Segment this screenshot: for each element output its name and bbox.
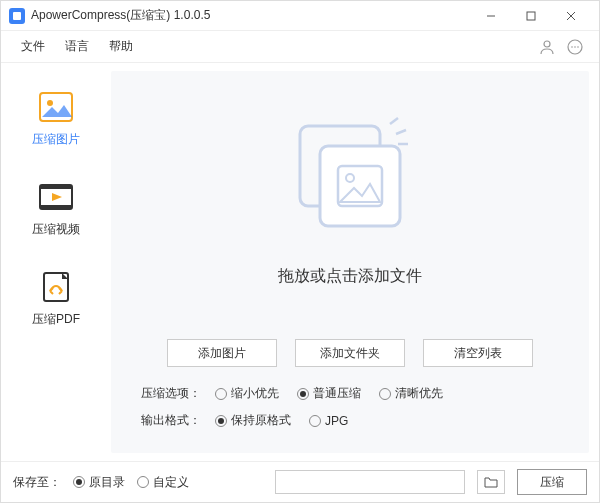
format-option-row: 输出格式： 保持原格式 JPG bbox=[141, 412, 559, 429]
feedback-icon[interactable] bbox=[561, 33, 589, 61]
video-compress-icon bbox=[36, 179, 76, 215]
radio-icon bbox=[137, 476, 149, 488]
menu-file[interactable]: 文件 bbox=[11, 34, 55, 59]
radio-icon bbox=[73, 476, 85, 488]
radio-clear-priority[interactable]: 清晰优先 bbox=[379, 385, 443, 402]
radio-label: JPG bbox=[325, 414, 348, 428]
radio-label: 缩小优先 bbox=[231, 385, 279, 402]
sidebar-label-pdf: 压缩PDF bbox=[32, 311, 80, 328]
svg-rect-0 bbox=[13, 12, 21, 20]
content: 压缩图片 压缩视频 压缩PDF bbox=[1, 63, 599, 461]
radio-label: 原目录 bbox=[89, 474, 125, 491]
sidebar-item-video[interactable]: 压缩视频 bbox=[1, 163, 111, 253]
radio-icon bbox=[379, 388, 391, 400]
save-to-label: 保存至： bbox=[13, 474, 61, 491]
format-option-label: 输出格式： bbox=[141, 412, 201, 429]
svg-line-21 bbox=[396, 130, 406, 134]
menubar: 文件 语言 帮助 bbox=[1, 31, 599, 63]
radio-custom-dir[interactable]: 自定义 bbox=[137, 474, 189, 491]
output-path-input[interactable] bbox=[275, 470, 465, 494]
clear-list-button[interactable]: 清空列表 bbox=[423, 339, 533, 367]
app-title: ApowerCompress(压缩宝) 1.0.0.5 bbox=[31, 7, 210, 24]
sidebar-label-video: 压缩视频 bbox=[32, 221, 80, 238]
svg-point-8 bbox=[574, 46, 576, 48]
pdf-compress-icon bbox=[36, 269, 76, 305]
svg-rect-14 bbox=[40, 205, 72, 209]
radio-normal-compress[interactable]: 普通压缩 bbox=[297, 385, 361, 402]
sidebar: 压缩图片 压缩视频 压缩PDF bbox=[1, 63, 111, 461]
action-row: 添加图片 添加文件夹 清空列表 bbox=[111, 331, 589, 375]
titlebar: ApowerCompress(压缩宝) 1.0.0.5 bbox=[1, 1, 599, 31]
radio-icon bbox=[215, 415, 227, 427]
footer: 保存至： 原目录 自定义 压缩 bbox=[1, 461, 599, 502]
add-image-button[interactable]: 添加图片 bbox=[167, 339, 277, 367]
radio-icon bbox=[309, 415, 321, 427]
close-button[interactable] bbox=[551, 2, 591, 30]
compress-option-label: 压缩选项： bbox=[141, 385, 201, 402]
svg-rect-13 bbox=[40, 185, 72, 189]
radio-label: 自定义 bbox=[153, 474, 189, 491]
sidebar-label-image: 压缩图片 bbox=[32, 131, 80, 148]
browse-folder-button[interactable] bbox=[477, 470, 505, 494]
radio-icon bbox=[215, 388, 227, 400]
dropzone-illustration bbox=[280, 116, 420, 246]
svg-line-20 bbox=[390, 118, 398, 124]
app-icon bbox=[9, 8, 25, 24]
sidebar-item-image[interactable]: 压缩图片 bbox=[1, 73, 111, 163]
radio-label: 普通压缩 bbox=[313, 385, 361, 402]
svg-point-9 bbox=[577, 46, 579, 48]
add-folder-button[interactable]: 添加文件夹 bbox=[295, 339, 405, 367]
main-panel: 拖放或点击添加文件 添加图片 添加文件夹 清空列表 压缩选项： 缩小优先 普通压… bbox=[111, 71, 589, 453]
radio-smaller-priority[interactable]: 缩小优先 bbox=[215, 385, 279, 402]
options-panel: 压缩选项： 缩小优先 普通压缩 清晰优先 bbox=[111, 375, 589, 453]
menu-help[interactable]: 帮助 bbox=[99, 34, 143, 59]
sidebar-item-pdf[interactable]: 压缩PDF bbox=[1, 253, 111, 343]
compress-option-row: 压缩选项： 缩小优先 普通压缩 清晰优先 bbox=[141, 385, 559, 402]
svg-point-5 bbox=[544, 41, 550, 47]
radio-jpg-format[interactable]: JPG bbox=[309, 414, 348, 428]
user-icon[interactable] bbox=[533, 33, 561, 61]
image-compress-icon bbox=[36, 89, 76, 125]
radio-original-dir[interactable]: 原目录 bbox=[73, 474, 125, 491]
radio-keep-format[interactable]: 保持原格式 bbox=[215, 412, 291, 429]
compress-button[interactable]: 压缩 bbox=[517, 469, 587, 495]
svg-rect-2 bbox=[527, 12, 535, 20]
dropzone-text: 拖放或点击添加文件 bbox=[278, 266, 422, 287]
svg-point-11 bbox=[47, 100, 53, 106]
svg-point-7 bbox=[571, 46, 573, 48]
svg-rect-17 bbox=[320, 146, 400, 226]
menu-language[interactable]: 语言 bbox=[55, 34, 99, 59]
radio-icon bbox=[297, 388, 309, 400]
dropzone[interactable]: 拖放或点击添加文件 bbox=[111, 71, 589, 331]
radio-label: 保持原格式 bbox=[231, 412, 291, 429]
radio-label: 清晰优先 bbox=[395, 385, 443, 402]
minimize-button[interactable] bbox=[471, 2, 511, 30]
folder-icon bbox=[484, 476, 498, 488]
maximize-button[interactable] bbox=[511, 2, 551, 30]
